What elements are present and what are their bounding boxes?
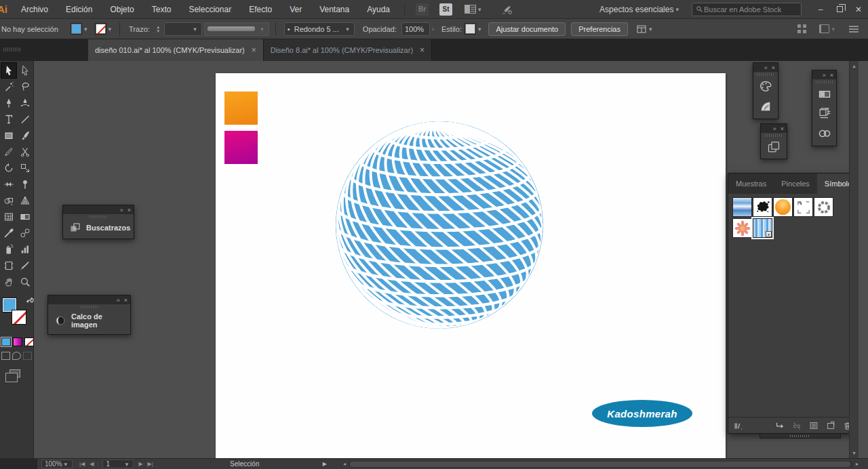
symbol-frame[interactable] bbox=[793, 197, 813, 217]
appearance-panel-icon[interactable] bbox=[818, 107, 831, 121]
scrollbar-track[interactable] bbox=[349, 461, 853, 468]
curvature-tool[interactable] bbox=[17, 95, 33, 111]
symbol-ink-splat[interactable] bbox=[753, 197, 772, 217]
image-trace-icon[interactable] bbox=[55, 315, 66, 326]
gpu-performance-rocket-icon[interactable] bbox=[501, 4, 515, 15]
stroke-color-swatch[interactable] bbox=[95, 23, 106, 35]
menu-texto[interactable]: Texto bbox=[143, 0, 180, 19]
symbol-orange-orb[interactable] bbox=[773, 197, 793, 217]
none-button[interactable] bbox=[24, 338, 34, 346]
vertical-scrollbar[interactable]: ▴ ▾ bbox=[849, 61, 859, 458]
menu-seleccionar[interactable]: Seleccionar bbox=[180, 0, 240, 19]
stroke-label[interactable]: Trazo: bbox=[129, 25, 150, 33]
bridge-icon[interactable]: Br bbox=[416, 3, 429, 16]
pathfinder-label[interactable]: Buscatrazos bbox=[86, 224, 130, 232]
panel-menu-icon[interactable] bbox=[849, 26, 859, 27]
symbol-options-icon[interactable] bbox=[809, 421, 818, 430]
panel-header[interactable]: » × bbox=[63, 205, 134, 214]
magenta-square-artwork[interactable] bbox=[224, 131, 258, 164]
tab-close-icon[interactable]: × bbox=[252, 45, 256, 55]
close-icon[interactable]: × bbox=[772, 64, 775, 71]
chevron-down-icon[interactable]: ▾ bbox=[108, 26, 112, 33]
lasso-tool[interactable] bbox=[17, 79, 33, 95]
chevron-down-icon[interactable]: ▾ bbox=[649, 26, 652, 33]
stroke-width-stepper[interactable]: ▴▾ bbox=[155, 25, 162, 33]
draw-inside-icon[interactable] bbox=[23, 352, 32, 360]
menu-archivo[interactable]: Archivo bbox=[12, 0, 57, 19]
pathfinder-icon[interactable] bbox=[70, 222, 81, 233]
symbol-twist[interactable] bbox=[814, 197, 833, 217]
rectangle-tool[interactable] bbox=[1, 127, 17, 144]
search-input[interactable] bbox=[704, 5, 785, 14]
hand-tool[interactable] bbox=[1, 274, 17, 290]
pen-tool[interactable] bbox=[1, 95, 17, 111]
width-tool[interactable] bbox=[1, 176, 17, 192]
free-transform-tool[interactable] bbox=[17, 176, 33, 192]
orange-square-artwork[interactable] bbox=[224, 91, 258, 125]
gradient-button[interactable] bbox=[13, 338, 22, 346]
symbol-clouds[interactable] bbox=[732, 197, 752, 217]
creative-cloud-icon[interactable] bbox=[818, 127, 831, 140]
restore-button[interactable] bbox=[830, 0, 849, 19]
eyedropper-tool[interactable] bbox=[1, 225, 17, 241]
color-guide-icon[interactable] bbox=[759, 100, 772, 113]
scroll-left-icon[interactable]: ◂ bbox=[343, 461, 346, 467]
panel-header[interactable]: » × bbox=[761, 124, 787, 133]
symbol-flower[interactable] bbox=[732, 218, 752, 238]
close-icon[interactable]: × bbox=[127, 207, 131, 213]
toolbar-grip[interactable] bbox=[3, 47, 21, 52]
style-swatch[interactable] bbox=[465, 23, 476, 35]
chevron-down-icon[interactable]: ▾ bbox=[478, 6, 481, 13]
collapse-icon[interactable]: » bbox=[764, 64, 768, 71]
document-tab-1[interactable]: diseño 010.ai* al 100% (CMYK/Previsualiz… bbox=[88, 39, 264, 61]
scroll-down-icon[interactable]: ▾ bbox=[852, 450, 855, 456]
prev-artboard-icon[interactable]: ◀ bbox=[90, 461, 94, 467]
scroll-right-icon[interactable]: ▸ bbox=[856, 461, 859, 467]
horizontal-scrollbar[interactable]: ◂ ▸ bbox=[343, 461, 859, 468]
tab-close-icon[interactable]: × bbox=[420, 45, 425, 55]
status-menu-icon[interactable]: ▶ bbox=[323, 461, 327, 467]
draw-normal-icon[interactable] bbox=[1, 352, 10, 360]
brush-select[interactable]: • Redondo 5 ... ▾ bbox=[284, 22, 355, 36]
opacity-expander-icon[interactable]: › bbox=[432, 26, 434, 33]
perspective-grid-tool[interactable] bbox=[17, 192, 33, 209]
dock-panels-icon[interactable]: ▾ bbox=[819, 24, 837, 33]
break-link-icon[interactable] bbox=[792, 421, 802, 430]
first-artboard-icon[interactable]: |◀ bbox=[79, 461, 85, 467]
rotate-tool[interactable] bbox=[1, 160, 17, 176]
chevron-down-icon[interactable]: ▾ bbox=[478, 26, 481, 33]
artboard-select[interactable]: 1 ▾ bbox=[102, 460, 134, 468]
fill-color-swatch[interactable] bbox=[71, 23, 82, 35]
new-symbol-icon[interactable] bbox=[826, 421, 835, 430]
opacity-value[interactable]: 100% bbox=[401, 22, 430, 36]
gradient-panel-icon[interactable] bbox=[818, 87, 831, 101]
screen-mode-icon[interactable] bbox=[9, 369, 20, 378]
width-profile-select[interactable]: ▾ bbox=[204, 22, 269, 36]
menu-ventana[interactable]: Ventana bbox=[311, 0, 358, 19]
panel-tab-muestras[interactable]: Muestras bbox=[728, 174, 774, 194]
swap-fill-stroke-icon[interactable] bbox=[26, 297, 33, 304]
close-button[interactable]: ✕ bbox=[849, 0, 868, 19]
pasteboard[interactable]: Kadoshmerah » × Buscatrazos » × bbox=[34, 61, 859, 458]
fit-document-button[interactable]: Ajustar documento bbox=[488, 22, 566, 36]
workspace-switcher-icon[interactable] bbox=[465, 5, 476, 14]
next-artboard-icon[interactable]: ▶ bbox=[138, 461, 142, 467]
document-tab-2[interactable]: Diseño 8.ai* al 100% (CMYK/Previsualizar… bbox=[264, 39, 432, 61]
stroke-width-select[interactable]: ▾ bbox=[164, 22, 202, 36]
artboard-tool[interactable] bbox=[1, 258, 17, 274]
gradient-tool[interactable] bbox=[17, 209, 33, 225]
selection-tool[interactable] bbox=[1, 62, 17, 79]
image-trace-label[interactable]: Calco de imagen bbox=[71, 312, 123, 329]
menu-efecto[interactable]: Efecto bbox=[240, 0, 281, 19]
line-segment-tool[interactable] bbox=[17, 111, 33, 127]
menu-ayuda[interactable]: Ayuda bbox=[358, 0, 399, 19]
place-symbol-icon[interactable] bbox=[775, 421, 785, 430]
paintbrush-tool[interactable] bbox=[17, 127, 33, 144]
zoom-tool[interactable] bbox=[17, 274, 33, 290]
last-artboard-icon[interactable]: ▶| bbox=[148, 461, 153, 467]
close-icon[interactable]: × bbox=[124, 297, 127, 304]
panel-resize-grip[interactable] bbox=[760, 434, 841, 439]
adobe-stock-search[interactable] bbox=[692, 3, 802, 16]
mesh-tool[interactable] bbox=[1, 209, 17, 225]
close-icon[interactable]: × bbox=[781, 125, 784, 132]
